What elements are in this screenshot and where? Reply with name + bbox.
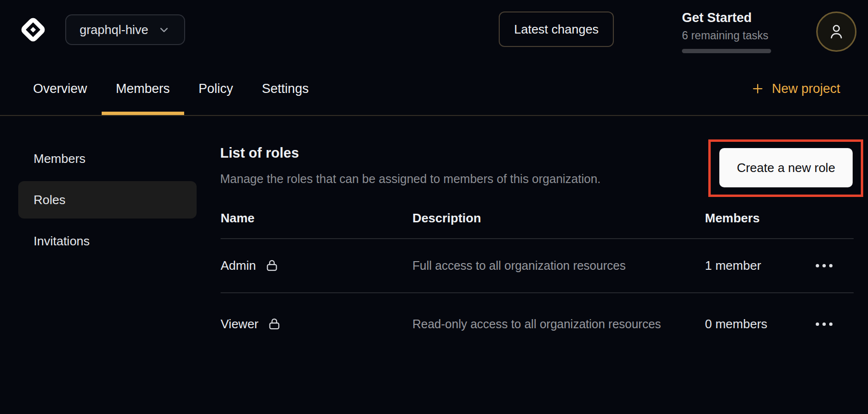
get-started-widget[interactable]: Get Started 6 remaining tasks xyxy=(682,11,778,53)
role-name: Viewer xyxy=(221,317,258,332)
tab-settings-label: Settings xyxy=(262,81,309,96)
tab-overview-label: Overview xyxy=(33,81,87,96)
sidebar-item-roles[interactable]: Roles xyxy=(18,181,197,218)
create-new-role-button[interactable]: Create a new role xyxy=(719,148,853,187)
latest-changes-button[interactable]: Latest changes xyxy=(499,12,614,47)
column-header-members: Members xyxy=(705,211,760,226)
person-icon xyxy=(827,22,846,41)
sidebar-item-members-label: Members xyxy=(34,151,85,166)
chevron-down-icon xyxy=(158,23,170,36)
ellipsis-icon xyxy=(816,322,819,326)
plus-icon xyxy=(751,81,765,96)
column-header-name: Name xyxy=(221,211,255,226)
new-project-button[interactable]: New project xyxy=(751,62,840,115)
roles-table-header: Name Description Members xyxy=(221,211,854,224)
row-actions-menu-button[interactable] xyxy=(809,313,838,334)
user-avatar[interactable] xyxy=(816,12,856,52)
table-row-admin: Admin Full access to all organization re… xyxy=(221,239,854,292)
tab-overview[interactable]: Overview xyxy=(19,62,102,115)
members-sidebar: Members Roles Invitations xyxy=(18,140,197,264)
org-tab-bar: Overview Members Policy Settings New pro… xyxy=(0,62,868,116)
role-description: Full access to all organization resource… xyxy=(412,256,674,275)
lock-icon xyxy=(267,317,282,331)
role-members-count: 0 members xyxy=(705,317,767,332)
tab-policy-label: Policy xyxy=(199,81,233,96)
page-title: List of roles xyxy=(220,145,299,161)
hive-logo-icon[interactable] xyxy=(17,14,49,46)
lock-icon xyxy=(265,258,279,273)
role-description: Read-only access to all organization res… xyxy=(412,314,674,334)
role-name: Admin xyxy=(221,258,256,273)
get-started-title: Get Started xyxy=(682,11,778,25)
sidebar-item-members[interactable]: Members xyxy=(18,140,197,177)
organization-selector[interactable]: graphql-hive xyxy=(65,14,185,45)
tab-members-label: Members xyxy=(116,81,170,96)
organization-selector-label: graphql-hive xyxy=(80,23,148,37)
tab-members[interactable]: Members xyxy=(102,62,185,115)
role-members-count: 1 member xyxy=(705,258,761,273)
role-name-cell: Viewer xyxy=(221,317,282,332)
column-header-description: Description xyxy=(412,211,481,226)
tab-settings[interactable]: Settings xyxy=(247,62,323,115)
ellipsis-icon xyxy=(816,264,819,267)
sidebar-item-roles-label: Roles xyxy=(34,193,65,207)
sidebar-item-invitations[interactable]: Invitations xyxy=(18,222,197,260)
get-started-remaining-tasks: 6 remaining tasks xyxy=(682,29,778,42)
row-actions-menu-button[interactable] xyxy=(809,255,838,276)
tab-policy[interactable]: Policy xyxy=(184,62,247,115)
table-row-viewer: Viewer Read-only access to all organizat… xyxy=(221,293,854,355)
sidebar-item-invitations-label: Invitations xyxy=(34,234,90,249)
create-new-role-label: Create a new role xyxy=(737,161,835,175)
get-started-progress-bar xyxy=(682,49,771,53)
role-name-cell: Admin xyxy=(221,258,279,273)
latest-changes-label: Latest changes xyxy=(514,22,598,37)
new-project-label: New project xyxy=(772,81,840,96)
page-description: Manage the roles that can be assigned to… xyxy=(220,172,601,186)
org-tabs: Overview Members Policy Settings xyxy=(19,62,323,115)
